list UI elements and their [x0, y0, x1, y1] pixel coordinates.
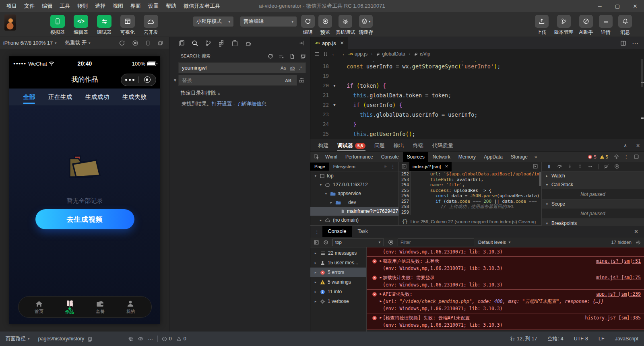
breadcrumb-symbol[interactable]: isVip [414, 51, 430, 57]
regex-button[interactable]: .* [298, 65, 303, 71]
close-button[interactable]: ✕ [626, 0, 644, 12]
search-details-toggle[interactable]: 指定目录和排除 ▲ [169, 86, 310, 97]
indentation[interactable]: 空格: 4 [548, 336, 564, 342]
toolbar-上传-button[interactable]: 上传 [535, 15, 549, 36]
expand-arrow-icon[interactable]: ▶ [379, 290, 383, 298]
panel-tab-代码质量[interactable]: 代码质量 [429, 140, 457, 151]
menu-item-10[interactable]: 微信开发者工具 [180, 1, 223, 11]
toolbar-调试器-button[interactable]: 调试器 [95, 15, 114, 36]
source-location-link[interactable]: mine.js? [sm]:51 [591, 257, 641, 265]
expand-arrow-icon[interactable]: ▶ [379, 274, 383, 281]
sim-window-icon[interactable] [157, 40, 163, 46]
console-filter-5 warnings[interactable]: ▸5 warnings [310, 277, 366, 287]
source-location-link[interactable]: history.js? [sm]:385 [580, 314, 641, 321]
panel-grip-icon[interactable]: ⋮ [310, 229, 322, 235]
step-into-icon[interactable] [568, 164, 572, 169]
tree-expand-icon[interactable]: ▾ [314, 174, 318, 178]
expand-arrow-icon[interactable]: ▶ [379, 257, 383, 265]
console-filter-input[interactable] [398, 239, 474, 246]
menu-item-7[interactable]: 界面 [127, 1, 144, 11]
editor-scrollbar[interactable] [641, 59, 643, 87]
menu-item-1[interactable]: 文件 [21, 1, 38, 11]
menu-item-6[interactable]: 视图 [109, 1, 126, 11]
sources-file-tab[interactable]: index.js? [sm] ✕ [409, 162, 452, 171]
devtools-more-icon[interactable]: ⋮ [624, 154, 629, 160]
sources-scrollbar[interactable] [539, 172, 541, 186]
toolbar-真机调试-button[interactable]: 真机调试 [336, 15, 355, 36]
expand-icon[interactable]: ▸ [314, 290, 318, 294]
menu-item-5[interactable]: 选择 [92, 1, 109, 11]
editor-more-icon[interactable]: ⋯ [632, 39, 638, 47]
extensions-icon[interactable] [218, 40, 225, 47]
expand-icon[interactable]: ▸ [314, 270, 318, 274]
applet-icon[interactable] [231, 40, 238, 47]
sources-code-view[interactable]: 252 url: `${app.globalData.apiBase}/uplo… [399, 171, 541, 217]
user-avatar[interactable] [4, 14, 16, 31]
tree-node-(no domain)[interactable]: ▸(no domain) [310, 216, 398, 224]
sim-stop-icon[interactable] [132, 40, 138, 46]
expand-icon[interactable]: ▸ [314, 261, 318, 265]
inspect-icon[interactable] [314, 154, 319, 160]
tab-close-icon[interactable]: ✕ [445, 164, 448, 169]
console-settings-icon[interactable] [636, 240, 641, 245]
tree-tab-Filesystem[interactable]: Filesystem [329, 163, 359, 171]
tree-expand-icon[interactable]: ▾ [324, 192, 328, 196]
bookmark-icon[interactable] [323, 51, 328, 56]
expand-arrow-icon[interactable]: ▶ [379, 314, 383, 321]
statusbar-more-icon[interactable]: ⋯ [148, 336, 153, 342]
panel-tab-问题[interactable]: 问题 [371, 140, 388, 151]
menu-item-8[interactable]: 设置 [145, 1, 162, 11]
compile-mode-select[interactable]: 普通编译▾ [240, 16, 297, 27]
tab-close-icon[interactable]: ✕ [340, 40, 344, 46]
more-button[interactable] [121, 79, 138, 81]
deactivate-breakpoints-icon[interactable] [604, 164, 609, 169]
expand-arrow-icon[interactable]: ▶ [379, 298, 383, 305]
call-stack-section[interactable]: ▾Call Stack [542, 180, 644, 189]
hot-reload-select[interactable]: 热重载 开▾ [65, 39, 91, 46]
panel-tab-终端[interactable]: 终端 [409, 140, 427, 151]
toolbar-编辑器-button[interactable]: </>编辑器 [72, 15, 90, 36]
toolbar-详情-button[interactable]: 详情 [599, 15, 613, 36]
toolbar-消息-button[interactable]: 消息 [618, 15, 632, 36]
tree-node-appservice[interactable]: ▾appservice [310, 189, 398, 198]
sim-refresh-icon[interactable] [119, 40, 125, 46]
menu-item-3[interactable]: 工具 [56, 1, 73, 11]
console-tab-Task[interactable]: Task [352, 226, 374, 237]
pretty-print-icon[interactable] [533, 164, 541, 169]
console-filter-11 info[interactable]: ▸11 info [310, 287, 366, 297]
device-select[interactable]: iPhone 6/7/8 100% 17▾ [3, 40, 57, 46]
menu-item-2[interactable]: 编辑 [39, 1, 56, 11]
panel-tab-构建[interactable]: 构建 [314, 140, 332, 151]
search-icon[interactable] [192, 40, 198, 47]
editor-tab-appjs[interactable]: JS app.js ✕ [310, 37, 348, 49]
toolbar-编译-button[interactable]: 编译 [301, 15, 315, 36]
tree-node-127.0.0.1:63712[interactable]: ▾127.0.0.1:63712 [310, 180, 398, 189]
step-over-icon[interactable] [557, 164, 562, 169]
menu-item-0[interactable]: 项目 [3, 1, 20, 11]
source-control-icon[interactable] [205, 40, 212, 47]
nav-forward-icon[interactable]: → [340, 51, 345, 57]
export-results-icon[interactable] [289, 54, 295, 59]
devtools-tab-Wxml[interactable]: Wxml [322, 152, 341, 162]
replace-input[interactable] [178, 75, 297, 86]
sim-device-icon[interactable] [145, 40, 151, 46]
cursor-position[interactable]: 行 12, 列 17 [510, 336, 537, 342]
toolbar-预览-button[interactable]: 预览 [318, 15, 332, 36]
source-location-link[interactable]: app.js? [sm]:239 [591, 290, 641, 298]
pause-on-exceptions-icon[interactable] [614, 164, 619, 169]
toggle-replace-icon[interactable]: ▼ [172, 78, 178, 82]
devtools-error-count[interactable]: 5 [588, 154, 596, 159]
open-in-editor-icon[interactable] [300, 54, 306, 59]
toolbar-清缓存-button[interactable]: ▾清缓存 [359, 15, 373, 36]
statusbar-bug-icon[interactable] [128, 336, 134, 342]
console-levels-select[interactable]: Default levels▼ [478, 240, 511, 245]
console-filter-15 user mes...[interactable]: ▸15 user mes... [310, 258, 366, 268]
watch-section[interactable]: ▸Watch [542, 171, 644, 180]
console-filter-22 messages[interactable]: ▸22 messages [310, 248, 366, 258]
console-close-icon[interactable]: ✕ [634, 229, 644, 235]
console-filter-5 errors[interactable]: ▸5 errors [310, 268, 366, 277]
generate-video-button[interactable]: 去生成视频 [35, 209, 134, 229]
fold-arrow-icon[interactable]: ▼ [331, 81, 338, 91]
breadcrumb-file[interactable]: JSapp.js [349, 51, 367, 57]
step-out-icon[interactable] [578, 164, 582, 169]
